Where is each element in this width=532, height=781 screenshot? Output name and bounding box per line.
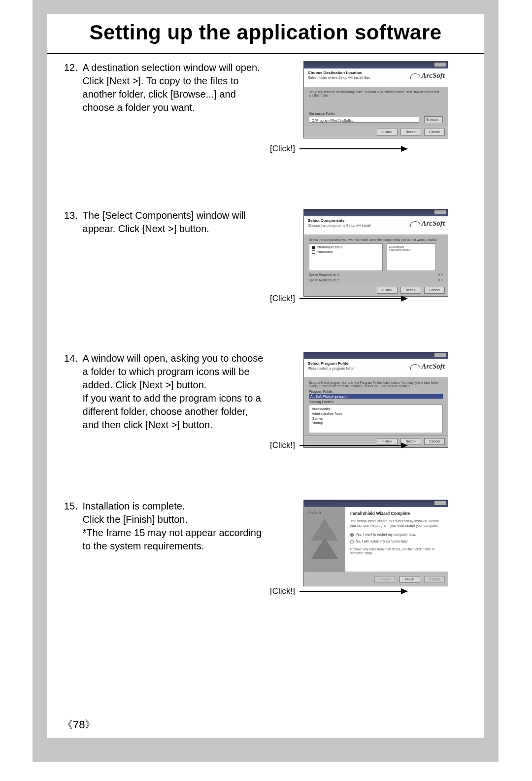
dialog-titlebar xyxy=(304,500,448,507)
step-14-line-6: and then click [Next >] button. xyxy=(83,419,213,430)
next-button[interactable]: Next > xyxy=(400,287,421,294)
dialog-titlebar xyxy=(304,209,448,216)
step-15-line-4: to the system requirements. xyxy=(83,541,204,551)
arcsoft-logo: ArcSoft xyxy=(410,362,445,371)
step-14-text: 14. A window will open, asking you to ch… xyxy=(64,352,266,432)
dialog-header: Select Program Folder Please select a pr… xyxy=(304,359,448,378)
arcsoft-logo: ArcSoft xyxy=(410,219,445,228)
step-12-dialog: Choose Destination Location Select folde… xyxy=(303,61,448,138)
step-14-line-3: added. Click [Next >] button. xyxy=(83,379,207,390)
step-12-text: 12. A destination selection window will … xyxy=(64,61,266,114)
step-12: 12. A destination selection window will … xyxy=(47,61,484,165)
step-13-number: 13. xyxy=(64,209,80,222)
next-button[interactable]: Next > xyxy=(400,129,421,136)
step-15-line-1: Installation is complete. xyxy=(83,501,185,511)
dialog-header: Select Components Choose the components … xyxy=(304,216,448,235)
cancel-button[interactable]: Cancel xyxy=(424,287,445,294)
restart-now-option[interactable]: Yes, I want to restart my computer now. xyxy=(350,533,443,537)
cancel-button[interactable]: Cancel xyxy=(424,576,445,583)
dialog-button-row: < Back Next > Cancel xyxy=(304,126,448,138)
step-14-line-1: A window will open, asking you to choose xyxy=(83,353,264,364)
step-12-number: 12. xyxy=(64,61,80,74)
dialog-body: Setup will add program icons to the Prog… xyxy=(304,378,448,435)
step-12-line-2: Click [Next >]. To copy to the files to xyxy=(83,75,239,86)
dialog-button-row: < Back Finish Cancel xyxy=(304,572,448,586)
restart-later-option[interactable]: No, I will restart my computer later. xyxy=(350,540,443,543)
cancel-button[interactable]: Cancel xyxy=(424,438,445,445)
back-button[interactable]: < Back xyxy=(377,438,398,445)
existing-folders-list[interactable]: AccessoriesAdministrative ToolsGamesStar… xyxy=(309,405,443,433)
wizard-right-panel: InstallShield Wizard Complete The Instal… xyxy=(345,507,448,572)
dialog-titlebar xyxy=(304,62,448,68)
step-14-line-5: different folder, choose another folder, xyxy=(83,406,248,417)
step-12-line-1: A destination selection window will open… xyxy=(83,62,260,73)
arcsoft-logo-small: ArcSoft xyxy=(308,510,321,515)
arcsoft-logo: ArcSoft xyxy=(410,71,445,80)
step-15-line-3: *The frame 15 may not appear according xyxy=(83,527,262,538)
step-13-line-1: The [Select Components] window will xyxy=(83,210,246,221)
click-label-12: [Click!] xyxy=(270,144,295,154)
component-description: DescriptionPhotoImpression xyxy=(387,243,436,271)
arrow-head-icon xyxy=(401,442,408,448)
back-button[interactable]: < Back xyxy=(377,287,398,294)
step-13: 13. The [Select Components] window will … xyxy=(47,209,484,307)
browse-button[interactable]: Browse... xyxy=(424,116,443,123)
step-14-number: 14. xyxy=(64,352,80,365)
dialog-body: Select the components you want to instal… xyxy=(304,235,448,284)
arrow-head-icon xyxy=(401,146,408,152)
program-folder-selected: ArcSoft PhotoImpression xyxy=(309,394,443,399)
wizard-complete-title: InstallShield Wizard Complete xyxy=(350,511,443,516)
back-button[interactable]: < Back xyxy=(377,129,398,136)
arrow-line-12 xyxy=(299,148,402,149)
page-number-value: 78 xyxy=(73,718,85,731)
step-12-line-3: another folder, click [Browse...] and xyxy=(83,89,236,100)
click-label-14: [Click!] xyxy=(270,441,295,450)
wizard-side-panel: ArcSoft xyxy=(304,507,345,572)
dialog-header: Choose Destination Location Select folde… xyxy=(304,68,448,87)
cancel-button[interactable]: Cancel xyxy=(424,129,445,136)
step-13-dialog: Select Components Choose the components … xyxy=(303,209,448,297)
step-14-dialog: Select Program Folder Please select a pr… xyxy=(303,352,448,448)
step-13-text: 13. The [Select Components] window will … xyxy=(64,209,266,236)
click-label-15: [Click!] xyxy=(270,586,295,596)
click-label-13: [Click!] xyxy=(270,294,295,304)
page-frame: Setting up the application software 12. … xyxy=(33,0,499,762)
page-title: Setting up the application software xyxy=(47,14,484,54)
step-12-line-4: choose a folder you want. xyxy=(83,102,195,113)
dialog-button-row: < Back Next > Cancel xyxy=(304,284,448,296)
step-15-number: 15. xyxy=(64,500,80,513)
step-15-line-2: Click the [Finish] button. xyxy=(83,514,188,525)
arrow-head-icon xyxy=(401,296,408,302)
content-area: Setting up the application software 12. … xyxy=(47,14,484,738)
finish-button[interactable]: Finish xyxy=(399,576,420,583)
arrow-head-icon xyxy=(401,588,408,594)
dialog-body: Setup will install in the following fold… xyxy=(304,87,448,126)
step-14-line-4: If you want to add the program icons to … xyxy=(83,393,261,404)
step-14: 14. A window will open, asking you to ch… xyxy=(47,352,484,455)
arrow-line-13 xyxy=(299,298,402,299)
page-number: 《78》 xyxy=(62,717,96,732)
step-15: 15. Installation is complete. Click the … xyxy=(47,500,484,598)
step-15-text: 15. Installation is complete. Click the … xyxy=(64,500,266,553)
component-list[interactable]: PhotoImpression Panorama xyxy=(309,243,383,271)
step-15-dialog: ArcSoft InstallShield Wizard Complete Th… xyxy=(303,500,448,586)
arrow-line-14 xyxy=(299,445,402,446)
step-14-line-2: a folder to which program icons will be xyxy=(83,366,250,377)
arrow-line-15 xyxy=(299,591,402,592)
dialog-titlebar xyxy=(304,352,448,359)
step-13-line-2: appear. Click [Next >] button. xyxy=(83,223,209,234)
back-button[interactable]: < Back xyxy=(374,576,395,583)
